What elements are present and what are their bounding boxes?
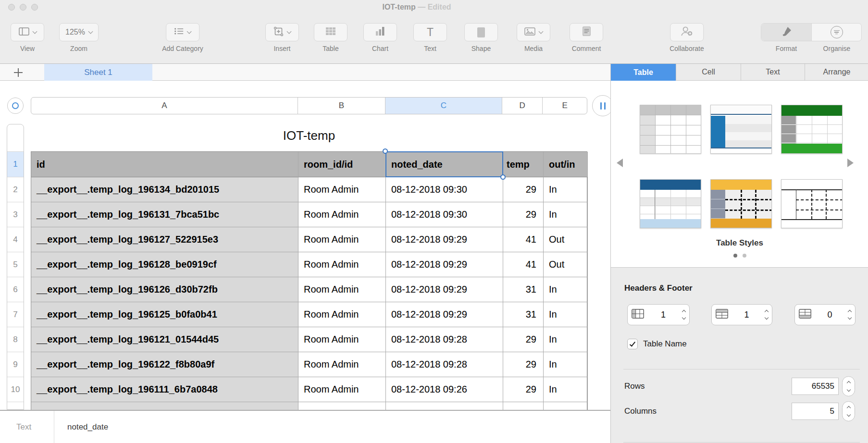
table-cell[interactable]: __export__.temp_log_196111_6b7a0848 — [31, 377, 298, 402]
table-cell[interactable]: 31 — [503, 302, 544, 327]
table-handle-button[interactable] — [7, 98, 24, 114]
table-button[interactable]: Table — [314, 23, 347, 52]
table-cell-partial[interactable]: Room Admin — [298, 402, 386, 410]
zoom-button[interactable]: 125% Zoom — [59, 23, 99, 52]
stepper-arrows[interactable] — [765, 310, 768, 319]
table-cell[interactable]: 08-12-2018 09:28 — [386, 352, 503, 377]
selection-handle-bottom-right[interactable] — [500, 174, 506, 180]
table-cell[interactable]: 08-12-2018 09:29 — [386, 302, 503, 327]
table-cell[interactable]: __export__.temp_log_196126_d30b72fb — [31, 277, 298, 302]
tab-text[interactable]: Text — [741, 64, 805, 81]
view-button[interactable]: View — [11, 23, 44, 52]
stepper-arrows[interactable] — [682, 310, 685, 319]
table-cell[interactable]: 41 — [503, 252, 544, 277]
table-cell[interactable]: 08-12-2018 09:30 — [386, 177, 503, 202]
styles-prev-arrow[interactable] — [617, 159, 623, 167]
table-cell[interactable]: In — [544, 377, 588, 402]
table-cell[interactable]: 29 — [503, 177, 544, 202]
format-button[interactable] — [761, 24, 811, 41]
column-header-d[interactable]: D — [502, 98, 543, 114]
table-style-blue-sidebar[interactable] — [710, 105, 772, 154]
table-style-plain-dashed[interactable] — [781, 179, 843, 228]
table-cell[interactable]: In — [544, 302, 588, 327]
insert-button[interactable]: Insert — [265, 23, 299, 52]
table-cell[interactable]: In — [544, 352, 588, 377]
table-cell[interactable]: Out — [544, 227, 588, 252]
column-header-a[interactable]: A — [31, 98, 298, 114]
table-cell[interactable]: In — [544, 202, 588, 227]
table-cell[interactable]: Room Admin — [298, 277, 386, 302]
tab-cell[interactable]: Cell — [676, 64, 741, 81]
header-columns-stepper[interactable]: 1 — [627, 304, 690, 325]
table-cell[interactable]: __export__.temp_log_196125_b0fa0b41 — [31, 302, 298, 327]
table-cell-partial[interactable]: 29 — [503, 402, 544, 410]
table-cell[interactable]: Room Admin — [298, 377, 386, 402]
table-cell[interactable]: 29 — [503, 352, 544, 377]
table-cell-partial[interactable]: In — [544, 402, 588, 410]
table-cell[interactable]: 29 — [503, 377, 544, 402]
media-button[interactable]: Media — [517, 23, 550, 52]
table-name-checkbox[interactable] — [627, 339, 638, 349]
table-cell[interactable]: Room Admin — [298, 227, 386, 252]
row-header-8[interactable]: 8 — [7, 327, 24, 352]
table-title[interactable]: IOT-temp — [31, 128, 587, 143]
table-cell[interactable]: 31 — [503, 277, 544, 302]
row-header-2[interactable]: 2 — [7, 177, 24, 202]
rows-input[interactable]: 65535 — [792, 378, 839, 395]
tab-arrange[interactable]: Arrange — [805, 64, 868, 81]
minimize-button[interactable] — [20, 4, 26, 11]
column-resize-handle[interactable] — [592, 95, 610, 116]
add-category-button[interactable]: Add Category — [162, 23, 203, 52]
row-header-9[interactable]: 9 — [7, 352, 24, 377]
table-style-gray-header[interactable] — [640, 105, 701, 154]
table-cell[interactable]: __export__.temp_log_196134_bd201015 — [31, 177, 298, 202]
tab-table[interactable]: Table — [611, 64, 676, 81]
table-cell[interactable]: 29 — [503, 202, 544, 227]
table-header-cell[interactable]: room_id/id — [298, 152, 386, 177]
rows-stepper[interactable] — [842, 376, 855, 396]
columns-stepper[interactable] — [842, 401, 855, 421]
row-header-5[interactable]: 5 — [7, 252, 24, 277]
table-cell[interactable]: 29 — [503, 327, 544, 352]
table-cell[interactable]: 41 — [503, 227, 544, 252]
table-cell[interactable]: In — [544, 327, 588, 352]
zoom-window-button[interactable] — [31, 4, 38, 11]
row-header-10[interactable]: 10 — [7, 377, 24, 402]
row-header-11-partial[interactable] — [7, 402, 24, 410]
table-cell-partial[interactable] — [31, 402, 298, 410]
table-cell[interactable]: 08-12-2018 09:30 — [386, 202, 503, 227]
table-cell[interactable]: Room Admin — [298, 202, 386, 227]
table-cell[interactable]: 08-12-2018 09:28 — [386, 327, 503, 352]
table-style-yellow-bands[interactable] — [710, 179, 772, 228]
table-cell[interactable]: 08-12-2018 09:29 — [386, 277, 503, 302]
page-dot-active[interactable] — [733, 254, 737, 258]
row-header-4[interactable]: 4 — [7, 227, 24, 252]
column-header-e[interactable]: E — [543, 98, 587, 114]
table-cell[interactable]: 08-12-2018 09:29 — [386, 227, 503, 252]
styles-next-arrow[interactable] — [847, 159, 854, 167]
table-cell[interactable]: In — [544, 277, 588, 302]
table-cell[interactable]: __export__.temp_log_196122_f8b80a9f — [31, 352, 298, 377]
table-cell[interactable]: Out — [544, 252, 588, 277]
table-cell[interactable]: Room Admin — [298, 352, 386, 377]
column-header-c[interactable]: C — [385, 98, 503, 114]
table-header-cell[interactable]: out/in — [544, 152, 588, 177]
table-cell[interactable]: __export__.temp_log_196128_be0919cf — [31, 252, 298, 277]
table-cell[interactable]: Room Admin — [298, 327, 386, 352]
table-cell[interactable]: Room Admin — [298, 177, 386, 202]
row-header-7[interactable]: 7 — [7, 302, 24, 327]
table-cell[interactable]: __export__.temp_log_196121_01544d45 — [31, 327, 298, 352]
table-cell-partial[interactable]: 08-12-2018 09:26 — [386, 402, 503, 410]
table-cell[interactable]: Room Admin — [298, 302, 386, 327]
comment-button[interactable]: Comment — [570, 23, 603, 52]
table-header-cell-selected[interactable]: noted_date — [386, 152, 503, 177]
styles-page-dots[interactable] — [611, 254, 868, 258]
table-header-cell[interactable]: temp — [503, 152, 544, 177]
organise-button[interactable] — [811, 24, 861, 41]
row-header-1[interactable]: 1 — [7, 152, 24, 177]
sheet-tab[interactable]: Sheet 1 — [44, 64, 152, 81]
text-button[interactable]: T Text — [413, 23, 447, 52]
table-cell[interactable]: 08-12-2018 09:26 — [386, 377, 503, 402]
header-rows-stepper[interactable]: 1 — [711, 304, 772, 325]
column-header-b[interactable]: B — [298, 98, 385, 114]
